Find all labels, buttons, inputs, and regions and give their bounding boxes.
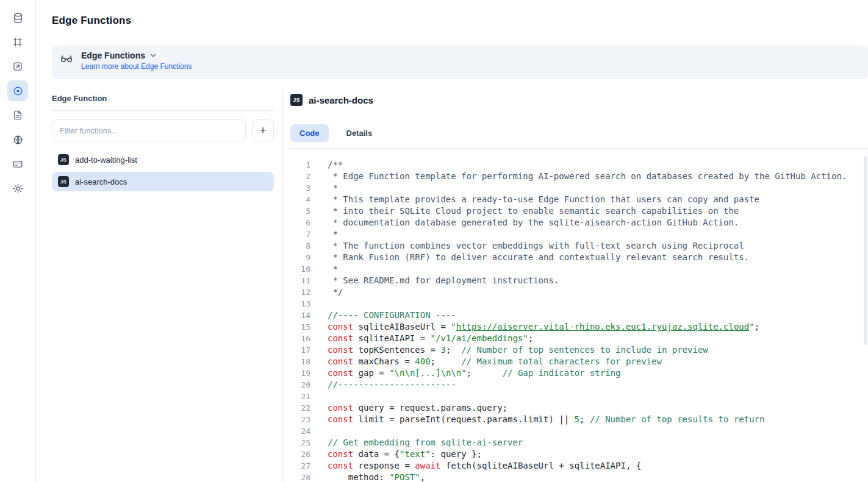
line-number: 27 xyxy=(290,460,310,472)
code-line-content: * This template provides a ready-to-use … xyxy=(328,194,759,205)
docs-icon xyxy=(12,110,23,121)
code-line: 6 * documentation database generated by … xyxy=(290,217,868,229)
code-line-content: * See README.md for deployment instructi… xyxy=(328,275,559,286)
js-badge: JS xyxy=(58,154,69,165)
code-line-content: const response = await fetch(sqliteAIBas… xyxy=(328,460,641,472)
js-badge: JS xyxy=(58,176,69,187)
code-line-content: * Edge Function template for performing … xyxy=(328,171,847,182)
line-number: 16 xyxy=(290,333,310,344)
code-line: 10 * xyxy=(290,263,868,275)
code-line: 8 * The function combines vector embeddi… xyxy=(290,240,868,252)
code-line-content: const topKSentences = 3; // Number of to… xyxy=(328,344,708,356)
functions-panel-header: Edge Function xyxy=(52,89,274,111)
code-line: 9 * Rank Fusion (RRF) to deliver accurat… xyxy=(290,252,868,263)
code-line-content: * documentation database generated by th… xyxy=(328,217,739,229)
line-number: 6 xyxy=(290,217,310,229)
code-line: 18const maxChars = 400; // Maximum total… xyxy=(290,356,868,367)
sidebar-item-weblite[interactable] xyxy=(7,129,28,150)
editor-tabs: Code Details xyxy=(290,124,868,142)
banner-title: Edge Functions xyxy=(81,51,145,60)
code-line: 20//----------------------- xyxy=(290,379,868,391)
code-line: 25// Get embedding from sqlite-ai-server xyxy=(290,437,868,448)
line-number: 14 xyxy=(290,310,310,321)
sidebar-item-billing[interactable] xyxy=(7,154,28,174)
main-content: Edge Functions Edge Functions Learn more… xyxy=(36,0,868,482)
sidebar-item-docs[interactable] xyxy=(7,105,28,126)
code-line: 22const query = request.params.query; xyxy=(290,402,868,414)
banner-text: Edge Functions Learn more about Edge Fun… xyxy=(81,51,192,71)
banner-dropdown[interactable]: Edge Functions xyxy=(81,51,192,60)
code-line: 3 * xyxy=(290,182,868,194)
line-number: 9 xyxy=(290,252,310,263)
learn-more-link[interactable]: Learn more about Edge Functions xyxy=(81,62,192,71)
code-line-content: const limit = parseInt(request.params.li… xyxy=(328,414,764,425)
content-columns: Edge Function + JSadd-to-waiting-listJSa… xyxy=(52,89,868,482)
tab-details[interactable]: Details xyxy=(337,124,382,142)
line-number: 5 xyxy=(290,205,310,217)
sidebar-item-studio[interactable] xyxy=(7,32,28,52)
function-list-item[interactable]: JSadd-to-waiting-list xyxy=(52,150,274,169)
code-line: 28 method: "POST", xyxy=(290,472,868,482)
code-line: 19const gap = "\n\n[...]\n\n"; // Gap in… xyxy=(290,367,868,379)
line-number: 28 xyxy=(290,472,310,482)
line-number: 10 xyxy=(290,263,310,275)
code-line: 27const response = await fetch(sqliteAIB… xyxy=(290,460,868,472)
code-line: 7 * xyxy=(290,229,868,240)
function-list-item-label: add-to-waiting-list xyxy=(75,155,137,165)
glasses-icon xyxy=(60,52,73,68)
line-number: 12 xyxy=(290,286,310,298)
code-line-content: * xyxy=(328,182,338,194)
deploy-icon xyxy=(12,61,23,72)
code-line-content: * into their SQLite Cloud project to ena… xyxy=(328,205,739,217)
frame-icon xyxy=(12,37,23,48)
line-number: 13 xyxy=(290,298,310,310)
scrollbar[interactable] xyxy=(864,156,867,345)
code-line-content: //---- CONFIGURATION ---- xyxy=(328,310,456,321)
database-icon xyxy=(12,12,24,24)
function-list: JSadd-to-waiting-listJSai-search-docs xyxy=(52,150,274,191)
function-list-item[interactable]: JSai-search-docs xyxy=(52,172,274,191)
code-editor[interactable]: 1/**2 * Edge Function template for perfo… xyxy=(290,149,868,482)
code-line-content: const data = {"text": query }; xyxy=(328,448,482,460)
code-line-content: method: "POST", xyxy=(328,472,425,482)
function-list-item-label: ai-search-docs xyxy=(75,177,127,186)
code-line-content: const sqliteAIBaseUrl = "https://aiserve… xyxy=(328,321,759,333)
line-number: 7 xyxy=(290,229,310,240)
code-line: 12 */ xyxy=(290,286,868,298)
line-number: 25 xyxy=(290,437,310,448)
sidebar-item-edge-functions[interactable] xyxy=(7,80,28,101)
code-line: 21 xyxy=(290,391,868,402)
js-badge: JS xyxy=(290,94,303,106)
code-line: 15const sqliteAIBaseUrl = "https://aiser… xyxy=(290,321,868,333)
code-line-content: /** xyxy=(328,159,343,171)
line-number: 4 xyxy=(290,194,310,205)
sidebar-item-databases[interactable] xyxy=(7,7,28,28)
line-number: 26 xyxy=(290,448,310,460)
code-line: 17const topKSentences = 3; // Number of … xyxy=(290,344,868,356)
code-line: 1/** xyxy=(290,159,868,171)
tab-code[interactable]: Code xyxy=(290,124,329,142)
function-name: ai-search-docs xyxy=(309,95,373,105)
sidebar-item-settings[interactable] xyxy=(7,178,28,199)
code-line-content: const query = request.params.query; xyxy=(328,402,508,414)
add-function-button[interactable]: + xyxy=(252,119,274,141)
code-line: 23const limit = parseInt(request.params.… xyxy=(290,414,868,425)
line-number: 3 xyxy=(290,182,310,194)
line-number: 22 xyxy=(290,402,310,414)
code-line: 5 * into their SQLite Cloud project to e… xyxy=(290,205,868,217)
code-line-content: //----------------------- xyxy=(328,379,456,391)
code-line-content: const maxChars = 400; // Maximum total c… xyxy=(328,356,662,367)
code-line-content: // Get embedding from sqlite-ai-server xyxy=(328,437,523,448)
line-number: 15 xyxy=(290,321,310,333)
line-number: 2 xyxy=(290,171,310,182)
page-title: Edge Functions xyxy=(52,15,868,27)
filter-functions-input[interactable] xyxy=(52,119,246,141)
sidebar-item-deployments[interactable] xyxy=(7,56,28,77)
line-number: 11 xyxy=(290,275,310,286)
code-line-content: const gap = "\n\n[...]\n\n"; // Gap indi… xyxy=(328,367,621,379)
line-number: 18 xyxy=(290,356,310,367)
line-number: 17 xyxy=(290,344,310,356)
code-line: 2 * Edge Function template for performin… xyxy=(290,171,868,182)
globe-icon xyxy=(12,134,24,146)
code-line: 11 * See README.md for deployment instru… xyxy=(290,275,868,286)
